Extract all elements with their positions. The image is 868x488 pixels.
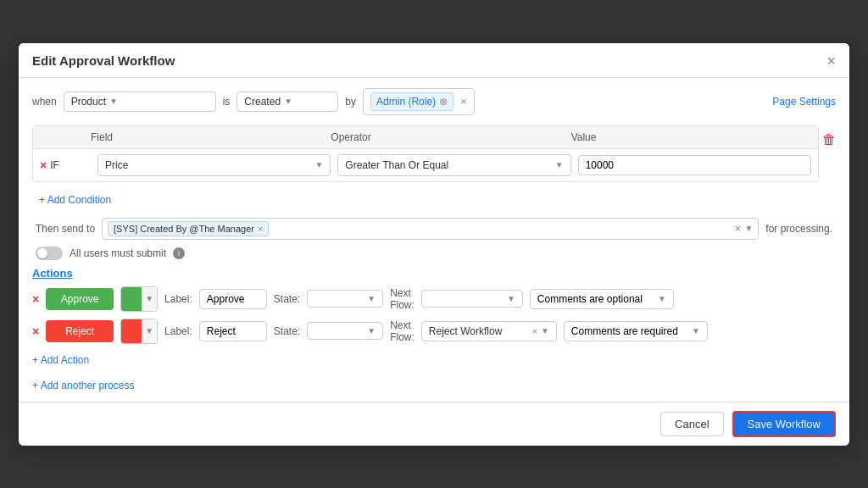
delete-condition-icon[interactable]: 🗑 bbox=[822, 132, 836, 147]
when-row: when Product ▼ is Created ▼ by Admin (Ro… bbox=[32, 88, 836, 115]
save-workflow-button[interactable]: Save Workflow bbox=[732, 411, 836, 437]
approve-action-row: × Approve ▼ Label: State: ▼ NextFlow: bbox=[32, 286, 836, 312]
approve-state-select[interactable]: ▼ bbox=[307, 290, 383, 308]
reject-action-row: × Reject ▼ Label: State: ▼ NextFlow: bbox=[32, 319, 836, 344]
reject-label-text: Label: bbox=[164, 325, 192, 337]
reject-workflow-value: Reject Workflow bbox=[429, 325, 529, 337]
created-select[interactable]: Created ▼ bbox=[236, 92, 338, 112]
col-header-value: Value bbox=[571, 131, 811, 143]
add-condition-button[interactable]: + Add Condition bbox=[32, 189, 819, 211]
approve-color-arrow-icon: ▼ bbox=[142, 287, 157, 311]
approve-next-flow-label: NextFlow: bbox=[390, 287, 415, 311]
toggle-row: All users must submit i bbox=[32, 247, 836, 260]
cancel-button[interactable]: Cancel bbox=[660, 412, 723, 436]
admin-role-label: Admin (Role) bbox=[376, 96, 436, 108]
approve-state-label: State: bbox=[274, 293, 300, 305]
reject-color-arrow-icon: ▼ bbox=[142, 319, 157, 343]
edit-approval-modal: Edit Approval Workflow × when Product ▼ … bbox=[19, 43, 849, 446]
if-label: IF bbox=[50, 159, 59, 171]
approve-state-arrow-icon: ▼ bbox=[367, 294, 376, 303]
value-input[interactable] bbox=[578, 155, 811, 175]
product-select[interactable]: Product ▼ bbox=[64, 92, 216, 112]
approve-next-flow-arrow-icon: ▼ bbox=[507, 294, 515, 303]
sys-tag-remove-icon[interactable]: × bbox=[258, 224, 263, 234]
conditions-main: Field Operator Value × IF Price bbox=[32, 125, 819, 211]
if-cell: × IF bbox=[40, 158, 91, 172]
approve-comments-value: Comments are optional bbox=[537, 293, 643, 305]
approve-color-swatch bbox=[121, 287, 142, 311]
admin-role-tag: Admin (Role) ⊗ bbox=[370, 92, 453, 111]
toggle-knob bbox=[37, 248, 47, 258]
approve-color-picker[interactable]: ▼ bbox=[120, 286, 158, 312]
conditions-table: Field Operator Value × IF Price bbox=[32, 125, 819, 182]
modal-header: Edit Approval Workflow × bbox=[19, 43, 849, 78]
approve-next-flow-select[interactable]: ▼ bbox=[421, 290, 523, 308]
operator-select[interactable]: Greater Than Or Equal ▼ bbox=[337, 154, 570, 176]
toggle-label: All users must submit bbox=[70, 247, 166, 259]
then-send-row: Then send to [SYS] Created By @The Manag… bbox=[32, 218, 836, 240]
when-label: when bbox=[32, 96, 57, 108]
field-value: Price bbox=[105, 159, 128, 171]
actions-section: Actions × Approve ▼ Label: State: ▼ bbox=[32, 267, 836, 369]
field-arrow-icon: ▼ bbox=[314, 160, 323, 169]
actions-title: Actions bbox=[32, 267, 836, 280]
all-users-toggle[interactable] bbox=[36, 247, 63, 260]
reject-state-select[interactable]: ▼ bbox=[307, 322, 383, 340]
add-action-button[interactable]: + Add Action bbox=[32, 351, 836, 369]
approve-remove-icon[interactable]: × bbox=[32, 292, 39, 306]
product-arrow-icon: ▼ bbox=[109, 97, 118, 106]
send-to-container[interactable]: [SYS] Created By @The Manager × × ▼ bbox=[102, 218, 759, 240]
reject-color-swatch bbox=[121, 319, 142, 343]
admin-role-remove-icon[interactable]: ⊗ bbox=[439, 96, 448, 108]
modal-close-button[interactable]: × bbox=[826, 53, 836, 69]
col-header-field: Field bbox=[91, 131, 331, 143]
approve-button[interactable]: Approve bbox=[46, 288, 114, 310]
then-send-label: Then send to bbox=[36, 223, 95, 235]
reject-comments-select[interactable]: Comments are required ▼ bbox=[564, 321, 708, 341]
conditions-wrapper: Field Operator Value × IF Price bbox=[32, 125, 836, 211]
created-arrow-icon: ▼ bbox=[284, 97, 292, 106]
send-to-arrow-icon[interactable]: ▼ bbox=[744, 224, 753, 233]
by-label: by bbox=[345, 96, 356, 108]
reject-remove-icon[interactable]: × bbox=[32, 324, 39, 338]
field-select[interactable]: Price ▼ bbox=[97, 154, 331, 176]
condition-row: × IF Price ▼ Greater Than Or Equal ▼ bbox=[33, 149, 818, 181]
reject-workflow-arrow-icon: ▼ bbox=[541, 326, 549, 336]
approve-label-text: Label: bbox=[164, 293, 192, 305]
col-header-operator: Operator bbox=[331, 131, 570, 143]
reject-comments-arrow-icon: ▼ bbox=[692, 326, 700, 336]
condition-remove-icon[interactable]: × bbox=[40, 158, 47, 172]
modal-title: Edit Approval Workflow bbox=[32, 53, 175, 68]
role-dropdown[interactable]: Admin (Role) ⊗ × bbox=[363, 88, 475, 115]
reject-color-picker[interactable]: ▼ bbox=[120, 319, 158, 344]
modal-footer: Cancel Save Workflow bbox=[19, 402, 849, 446]
sys-tag-label: [SYS] Created By @The Manager bbox=[114, 224, 254, 234]
role-close-icon[interactable]: × bbox=[460, 95, 467, 108]
for-processing-label: for processing. bbox=[765, 223, 832, 235]
modal-overlay: Edit Approval Workflow × when Product ▼ … bbox=[0, 0, 868, 488]
operator-value: Greater Than Or Equal bbox=[345, 159, 448, 171]
reject-workflow-tag[interactable]: Reject Workflow × ▼ bbox=[421, 321, 557, 341]
send-to-close-icon[interactable]: × bbox=[735, 222, 742, 235]
reject-state-label: State: bbox=[274, 325, 300, 337]
is-label: is bbox=[223, 96, 231, 108]
approve-comments-arrow-icon: ▼ bbox=[658, 294, 666, 303]
reject-state-arrow-icon: ▼ bbox=[367, 326, 376, 336]
col-header-empty bbox=[40, 131, 91, 143]
reject-label-input[interactable] bbox=[199, 321, 267, 341]
modal-body: when Product ▼ is Created ▼ by Admin (Ro… bbox=[19, 78, 849, 402]
approve-label-input[interactable] bbox=[199, 289, 267, 309]
sys-tag: [SYS] Created By @The Manager × bbox=[108, 221, 269, 236]
add-another-process-button[interactable]: + Add another process bbox=[32, 380, 836, 391]
info-icon[interactable]: i bbox=[173, 247, 185, 259]
page-settings-link[interactable]: Page Settings bbox=[772, 96, 836, 108]
reject-next-flow-label: NextFlow: bbox=[390, 319, 415, 343]
table-header: Field Operator Value bbox=[33, 126, 818, 149]
reject-comments-value: Comments are required bbox=[571, 325, 678, 337]
reject-button[interactable]: Reject bbox=[46, 320, 114, 342]
reject-workflow-remove-icon[interactable]: × bbox=[531, 326, 537, 336]
operator-arrow-icon: ▼ bbox=[555, 160, 564, 169]
approve-comments-select[interactable]: Comments are optional ▼ bbox=[530, 289, 674, 309]
